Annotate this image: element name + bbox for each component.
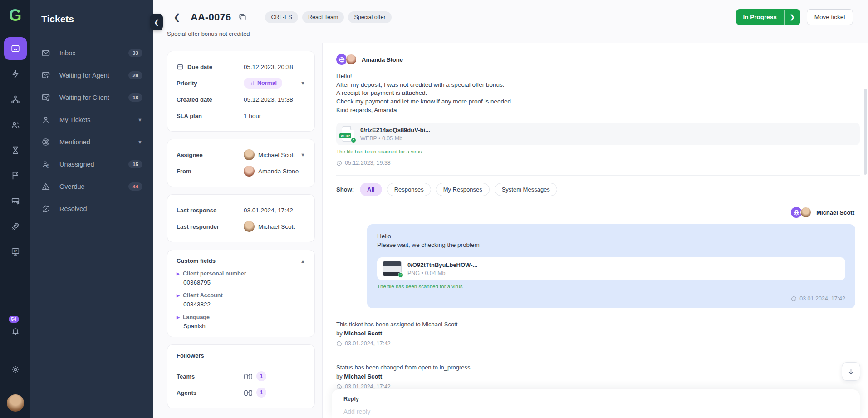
status-button[interactable]: In Progress ❯ [736,9,800,25]
custom-fields-collapse-chevron-icon[interactable]: ▲ [300,258,305,264]
sidebar-item-resolved[interactable]: Resolved [41,202,142,216]
priority-pill[interactable]: Normal [244,78,282,89]
customer-message-body: Hello! After my deposit, I was not credi… [336,72,860,114]
teams-count-badge[interactable]: 1 [256,371,266,381]
priority-dropdown-chevron-icon[interactable]: ▼ [300,80,305,86]
last-responder-row: Last responder Michael Scott [177,218,305,235]
settings-gear-icon[interactable] [4,358,27,381]
virus-scan-note: The file has been scanned for a virus [377,284,845,289]
field-arrow-icon[interactable]: ▶ [177,271,180,276]
sidebar-item-label: Waiting for Client [59,94,128,101]
agent-message-header: Michael Scott [336,207,860,218]
sidebar-collapse-button[interactable]: ❮ [150,14,163,30]
sidebar-item-mentioned[interactable]: Mentioned ▼ [41,135,142,149]
status-chevron-icon[interactable]: ❯ [784,10,800,25]
clock-icon [791,296,797,302]
sidebar-item-label: Overdue [59,183,128,190]
warning-triangle-icon [41,182,50,191]
app-logo-icon[interactable]: G [5,5,25,25]
agents-label: Agents [177,389,244,396]
field-arrow-icon[interactable]: ▶ [177,293,180,298]
virus-scan-note: The file has been scanned for a virus [336,149,860,154]
rail-customers-icon[interactable] [4,113,27,136]
reply-panel[interactable]: Reply Add reply [332,389,860,418]
sidebar-item-label: Unassigned [59,161,128,168]
assignee-dropdown-chevron-icon[interactable]: ▼ [300,152,305,157]
copy-icon[interactable] [238,13,247,21]
sidebar-item-label: Resolved [59,205,142,212]
sidebar-item-waiting-for-agent[interactable]: Waiting for Agent 28 [41,69,142,82]
agent-message: Michael Scott Hello Please wait, we chec… [336,207,860,308]
arrow-down-icon [847,368,855,375]
thread-divider [336,175,860,176]
sidebar-item-label: Inbox [59,49,128,57]
customer-message-header: Amanda Stone [336,54,860,65]
filter-system-messages-button[interactable]: System Messages [495,183,557,196]
agents-count-badge[interactable]: 1 [256,388,266,398]
filter-all-button[interactable]: All [360,183,382,196]
attachment-meta: PNG • 0.04 Mb [407,270,477,276]
rail-campaigns-icon[interactable] [4,215,27,238]
field-arrow-icon[interactable]: ▶ [177,315,180,320]
rail-ip-monitor-icon[interactable]: IP [4,241,27,263]
rail-inbox-icon[interactable] [4,37,27,60]
move-ticket-button[interactable]: Move ticket [807,9,853,25]
clock-icon [336,341,342,347]
customer-attachment[interactable]: WEBP ✓ 0/rIzE214aoQs89duV-bi... WEBP • 0… [336,123,860,145]
people-card: Assignee Michael Scott ▼ From Amanda Sto… [167,139,315,187]
system-message-author: Michael Scott [344,330,382,337]
rail-workflow-icon[interactable] [4,88,27,111]
attachment-name: 0/rIzE214aoQs89duV-bi... [360,127,430,133]
sidebar-item-my-tickets[interactable]: My Tickets ▼ [41,113,142,127]
system-message: Status has been changed from open to in_… [336,363,860,390]
rail-reports-icon[interactable] [4,164,27,187]
sidebar-item-inbox[interactable]: Inbox 33 [41,46,142,60]
notifications-bell-icon[interactable]: 54 [4,320,27,343]
watchers-icon[interactable] [244,372,253,380]
custom-field-label: Client Account [183,292,223,299]
filter-responses-button[interactable]: Responses [387,183,431,196]
from-row: From Amanda Stone [177,163,305,179]
reply-tab-label[interactable]: Reply [343,396,848,402]
reply-input[interactable]: Add reply [343,408,848,415]
customer-name: Amanda Stone [362,56,403,63]
system-message-text: Status has been changed from open to in_… [336,363,860,372]
followers-title: Followers [177,352,305,359]
thread-scrollbar[interactable] [864,89,867,175]
scroll-to-bottom-button[interactable] [842,362,860,381]
teams-row: Teams 1 [177,368,305,384]
tag-chip[interactable]: CRF-ES [265,11,298,23]
rail-queue-icon[interactable] [4,190,27,212]
custom-field: ▶Client personal number 00368795 [177,270,305,286]
rail-history-icon[interactable] [4,139,27,162]
mail-arrow-icon [41,71,50,80]
filter-my-responses-button[interactable]: My Responses [436,183,490,196]
back-arrow-icon[interactable]: ❮ [173,12,181,22]
status-label[interactable]: In Progress [736,10,784,25]
due-date-label: Due date [187,64,212,70]
refresh-check-icon [41,204,50,213]
last-response-value: 03.01.2024, 17:42 [244,207,305,214]
watchers-icon[interactable] [244,388,253,397]
attachment-meta: WEBP • 0.05 Mb [360,135,430,142]
system-message-text: This ticket has been assigned to Michael… [336,320,860,329]
last-response-row: Last response 03.01.2024, 17:42 [177,202,305,218]
app-rail: G IP 54 [0,0,30,418]
sidebar-item-waiting-for-client[interactable]: Waiting for Client 18 [41,91,142,104]
tag-chip[interactable]: Special offer [348,11,391,23]
last-responder-avatar [244,221,255,232]
image-thumbnail-icon: ✓ [383,261,402,276]
sidebar-item-overdue[interactable]: Overdue 44 [41,180,142,193]
from-avatar [244,166,255,177]
count-badge: 15 [128,160,142,168]
user-avatar[interactable] [7,394,24,412]
sidebar-item-unassigned[interactable]: ? Unassigned 15 [41,157,142,171]
tag-chip[interactable]: React Team [302,11,344,23]
assignee-label: Assignee [177,152,244,158]
due-date-value: 05.12.2023, 20:38 [244,64,305,70]
rail-automation-icon[interactable] [4,63,27,85]
agent-attachment[interactable]: ✓ 0/O92tTtnByuLbeHOW-... PNG • 0.04 Mb [377,257,845,280]
system-message-author: Michael Scott [344,373,382,380]
teams-label: Teams [177,373,244,380]
agent-message-timestamp: 03.01.2024, 17:42 [377,295,845,302]
